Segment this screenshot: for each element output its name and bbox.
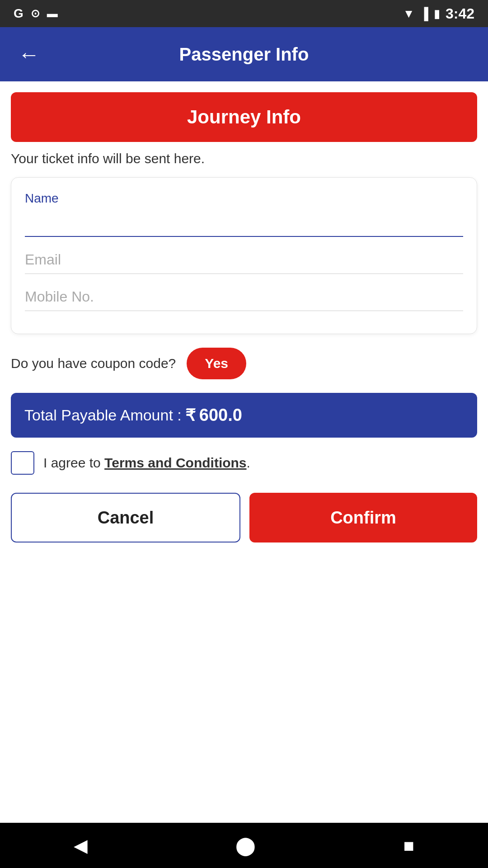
bottom-home-icon[interactable]: ⬤ (235, 835, 256, 856)
bottom-recent-icon[interactable]: ■ (404, 835, 414, 856)
coupon-text: Do you have coupon code? (11, 356, 176, 371)
page-title: Passenger Info (179, 44, 309, 65)
status-bar-right: ▼ ▐ ▮ 3:42 (403, 5, 474, 22)
status-bar-left: G ⊙ ▬ (14, 6, 58, 21)
status-bar: G ⊙ ▬ ▼ ▐ ▮ 3:42 (0, 0, 488, 27)
name-input[interactable] (25, 208, 463, 237)
action-buttons: Cancel Confirm (11, 493, 477, 542)
email-field-group (25, 246, 463, 274)
terms-text: I agree to Terms and Conditions. (43, 455, 250, 471)
ticket-info-text: Your ticket info will be sent here. (11, 151, 477, 166)
name-field-group: Name (25, 191, 463, 237)
coupon-yes-button[interactable]: Yes (187, 348, 246, 379)
name-label: Name (25, 191, 463, 206)
journey-info-button[interactable]: Journey Info (11, 92, 477, 142)
passenger-form-card: Name (11, 177, 477, 334)
rupee-icon: ₹ (185, 406, 196, 425)
sync-icon: ⊙ (31, 7, 40, 20)
total-amount-label: Total Payable Amount : (24, 406, 182, 424)
mobile-field-group (25, 283, 463, 311)
total-amount-bar: Total Payable Amount : ₹ 600.0 (11, 393, 477, 438)
terms-prefix: I agree to (43, 455, 104, 470)
wifi-icon: ▼ (403, 7, 415, 21)
bottom-back-icon[interactable]: ◀ (74, 835, 88, 856)
terms-section: I agree to Terms and Conditions. (11, 451, 477, 475)
email-input[interactable] (25, 246, 463, 274)
nav-bar: ← Passenger Info (0, 27, 488, 81)
bottom-nav-bar: ◀ ⬤ ■ (0, 823, 488, 868)
terms-suffix: . (247, 455, 250, 470)
sdcard-icon: ▬ (47, 7, 58, 20)
coupon-section: Do you have coupon code? Yes (11, 348, 477, 379)
main-content: Journey Info Your ticket info will be se… (0, 81, 488, 571)
cancel-button[interactable]: Cancel (11, 493, 240, 542)
mobile-input[interactable] (25, 283, 463, 311)
status-time: 3:42 (446, 5, 474, 22)
terms-link[interactable]: Terms and Conditions (104, 455, 246, 470)
back-button[interactable]: ← (14, 38, 44, 71)
battery-icon: ▮ (434, 7, 440, 21)
amount-value: 600.0 (199, 406, 242, 425)
signal-icon: ▐ (420, 7, 428, 21)
g-status-icon: G (14, 6, 23, 21)
terms-checkbox[interactable] (11, 451, 34, 475)
confirm-button[interactable]: Confirm (249, 493, 477, 542)
